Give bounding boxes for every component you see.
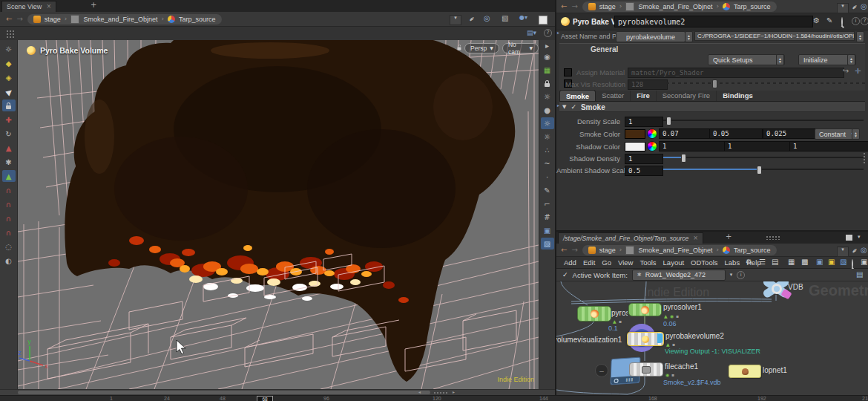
color-correction-icon[interactable] xyxy=(539,16,548,25)
camera-selector[interactable]: No cam ▼ xyxy=(502,43,539,53)
network-path-tab[interactable]: /stage/Smoke_and_Fire_Objnet/Tarp_source… xyxy=(558,232,703,244)
material-sphere-icon[interactable]: ● xyxy=(541,104,554,116)
measure-icon[interactable]: ⌐ xyxy=(541,198,554,209)
menu-go[interactable]: Go xyxy=(602,258,611,267)
breadcrumb-objnet[interactable]: Smoke_and_Fire_Objnet xyxy=(83,16,157,23)
smoke-color-mode-stepper[interactable]: ▲▼ xyxy=(852,128,860,140)
grid-view-icon[interactable]: ▦ xyxy=(788,258,795,266)
new-tab-icon[interactable]: + xyxy=(91,1,96,9)
node-lopnet1[interactable] xyxy=(729,365,761,378)
headlight-icon[interactable]: ☼ xyxy=(541,117,554,129)
menu-odtools[interactable]: ODTools xyxy=(691,258,717,267)
work-item-dropdown[interactable]: ✱ Row1_Wedge2_472 xyxy=(632,270,726,281)
shadow-color-g-field[interactable]: 1 xyxy=(724,141,792,151)
path-dropdown-icon[interactable]: ▾ xyxy=(450,15,461,25)
current-frame-indicator[interactable]: 68 xyxy=(257,396,273,401)
material-jump-icon[interactable]: ↪ xyxy=(843,68,849,75)
menu-layout[interactable]: Layout xyxy=(663,258,685,267)
frame-marker-icon[interactable]: # xyxy=(541,211,554,223)
pin-icon[interactable]: ✒ xyxy=(849,2,860,13)
select-arrow-icon[interactable]: ▶ xyxy=(0,82,18,100)
network-tools-icon[interactable]: ⚙ xyxy=(746,258,752,266)
pin-icon[interactable]: ✒ xyxy=(849,246,860,256)
node-loop-badge[interactable]: ◉ xyxy=(670,314,674,319)
node-null-vdb[interactable] xyxy=(761,281,791,301)
breadcrumb-stage[interactable]: stage xyxy=(45,16,61,23)
task-list-icon[interactable]: ▤ xyxy=(856,271,863,278)
menu-add[interactable]: Add xyxy=(564,258,576,267)
close-tab-icon[interactable]: × xyxy=(693,235,698,241)
initialize-stepper[interactable]: ▲▼ xyxy=(847,54,855,65)
maximize-pane-icon[interactable] xyxy=(846,235,852,241)
gear-icon[interactable]: ⚙ xyxy=(813,17,820,25)
breadcrumb-objnet[interactable]: Smoke_and_Fire_Objnet xyxy=(638,3,712,10)
link-target-icon[interactable]: ◎ xyxy=(861,3,867,10)
help-icon[interactable]: ? xyxy=(544,29,552,37)
layout-grid-icon[interactable]: ▩ xyxy=(801,258,808,266)
quick-setups-dropdown[interactable]: Quick Setups ▼ xyxy=(708,54,785,65)
tab-smoke[interactable]: Smoke xyxy=(559,90,596,101)
forward-icon[interactable]: → xyxy=(571,247,577,254)
display-wire-icon[interactable]: ~ xyxy=(541,157,554,169)
node-loop-badge[interactable]: ◉ xyxy=(665,373,669,377)
node-pyrobakevolume2[interactable] xyxy=(627,332,664,346)
shadow-color-b-field[interactable]: 1 xyxy=(789,141,868,151)
find-icon[interactable] xyxy=(852,260,853,268)
help-icon[interactable]: ? xyxy=(861,17,868,25)
new-tab-icon[interactable]: + xyxy=(726,233,731,241)
collapse-ring-icon[interactable]: – xyxy=(595,364,608,377)
menu-edit[interactable]: Edit xyxy=(583,258,595,267)
hscrollbar-thumb[interactable] xyxy=(18,391,430,394)
tab-scatter[interactable]: Scatter xyxy=(596,91,631,101)
scroll-grip[interactable] xyxy=(433,391,448,394)
shadow-density-handle[interactable] xyxy=(681,154,686,163)
draw-icon[interactable]: ✎ xyxy=(541,184,554,196)
node-template-badge[interactable]: ▲ xyxy=(664,314,668,319)
display-particles-icon[interactable]: · xyxy=(541,171,554,183)
menu-tools[interactable]: Tools xyxy=(640,258,656,267)
node-lock-badge[interactable]: ▪ xyxy=(671,373,674,377)
info-icon[interactable]: i xyxy=(852,17,860,25)
scale-icon[interactable]: ▲ xyxy=(2,142,16,154)
visibility-eye-icon[interactable]: ◉ xyxy=(541,50,554,62)
scroll-left-icon[interactable]: ◂ xyxy=(418,390,421,394)
background-image-icon[interactable]: ▨ xyxy=(541,238,554,250)
shadow-color-swatch[interactable] xyxy=(625,142,645,151)
breadcrumb[interactable]: stage › Smoke_and_Fire_Objnet › Tarp_sou… xyxy=(582,1,777,12)
smoke-folder-header[interactable]: ▼ ✓ Smoke xyxy=(559,102,865,112)
color-wheel-icon[interactable] xyxy=(647,128,657,139)
rotate-icon[interactable]: ↻ xyxy=(2,128,16,140)
work-item-checkbox[interactable]: ✓ xyxy=(562,272,568,278)
pane-menu-icon[interactable]: ▾ xyxy=(858,235,861,240)
folder-enable-checkbox[interactable]: ✓ xyxy=(571,104,576,111)
node-name-input[interactable]: pyrobakevolume2 xyxy=(614,16,813,27)
display-options-icon[interactable]: ▤▾ xyxy=(527,30,536,36)
link-target-icon[interactable]: ◎ xyxy=(861,247,867,254)
shade-mode-icon[interactable]: ◆ xyxy=(2,57,16,69)
node-lock-badge[interactable]: ▪ xyxy=(672,342,675,347)
secure-selection-lock-icon[interactable] xyxy=(2,100,16,111)
tree-view-icon[interactable]: ☰ xyxy=(759,258,766,266)
view-lock-icon[interactable] xyxy=(541,77,554,89)
camera-lock-icon[interactable] xyxy=(458,47,461,50)
shadow-density-slider[interactable] xyxy=(663,153,864,162)
image-icon[interactable]: ▨ xyxy=(840,258,846,266)
display-points-icon[interactable]: ∴ xyxy=(541,144,554,156)
persp-selector[interactable]: Persp ▼ xyxy=(464,43,499,53)
ambient-shadow-field[interactable]: 0.5 xyxy=(625,166,663,176)
lights-icon[interactable]: ☼ xyxy=(2,43,16,55)
assign-material-field[interactable]: matnet/Pyro_Shader xyxy=(628,68,844,78)
assign-material-checkbox[interactable] xyxy=(564,68,572,76)
back-icon[interactable]: ← xyxy=(561,247,567,254)
high-quality-light-icon[interactable]: ☼ xyxy=(541,131,554,143)
breadcrumb-objnet[interactable]: Smoke_and_Fire_Objnet xyxy=(638,247,712,254)
list-view-icon[interactable]: ▤ xyxy=(772,258,778,266)
collapse-arrow-icon[interactable]: ▼ xyxy=(562,105,566,110)
shadow-density-field[interactable]: 1 xyxy=(625,154,663,164)
forward-icon[interactable]: → xyxy=(571,3,577,10)
view-mask-icon[interactable]: ◌ xyxy=(2,241,16,252)
smoke-color-swatch[interactable] xyxy=(625,129,645,139)
menu-view[interactable]: View xyxy=(618,258,633,267)
smoke-color-g-field[interactable]: 0.05 xyxy=(709,128,763,139)
handles-icon[interactable]: ▲ xyxy=(2,170,16,182)
